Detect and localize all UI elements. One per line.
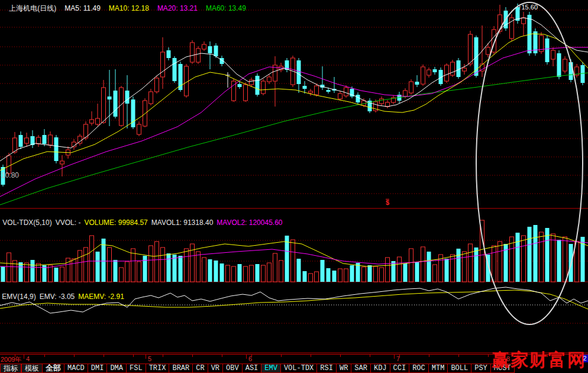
volume-bar xyxy=(238,264,242,282)
volume-bar xyxy=(327,268,331,282)
dividend-marker-icon: $ xyxy=(386,199,389,205)
tab-cr[interactable]: CR xyxy=(193,364,208,373)
candle-down xyxy=(131,99,135,127)
tab-dmi[interactable]: DMI xyxy=(88,364,108,373)
tab-trix[interactable]: TRIX xyxy=(146,364,170,373)
tab-vr[interactable]: VR xyxy=(208,364,223,373)
tab-asi[interactable]: ASI xyxy=(243,364,262,373)
tab-cci[interactable]: CCI xyxy=(390,364,410,373)
ma-label-0: MA5: 11.49 xyxy=(64,4,100,12)
timeline-month-tick xyxy=(146,355,146,359)
volume-bar xyxy=(279,261,283,282)
timeline-month-tick xyxy=(246,355,247,359)
volume-bar xyxy=(25,263,29,282)
volume-bar xyxy=(149,246,153,282)
volume-bar xyxy=(125,262,130,282)
candle-up xyxy=(510,18,514,38)
mavol1-value: MAVOL1: 91318.40 xyxy=(151,218,214,227)
candle-down xyxy=(167,50,171,58)
candle-up xyxy=(486,47,490,54)
candle-down xyxy=(19,135,23,147)
tab-指标[interactable]: 指标 xyxy=(0,364,21,373)
volume-bar xyxy=(291,240,295,282)
volume-bar xyxy=(474,247,479,282)
timeline-month-tick xyxy=(394,355,395,359)
candle-down xyxy=(303,86,307,89)
tab-rsi[interactable]: RSI xyxy=(317,364,337,373)
tab-macd[interactable]: MACD xyxy=(64,364,88,373)
tab-mtm[interactable]: MTM xyxy=(429,364,448,373)
volume-bar xyxy=(457,249,461,282)
tab-模板[interactable]: 模板 xyxy=(21,364,43,373)
candle-up xyxy=(261,81,266,94)
candle-up xyxy=(250,80,254,85)
candle-up xyxy=(463,68,467,71)
volume-bar xyxy=(196,252,201,282)
volume-bar xyxy=(250,265,254,282)
ma-legend: MA5: 11.49MA10: 12.18MA20: 13.21MA60: 13… xyxy=(60,4,250,12)
tab-kdj[interactable]: KDJ xyxy=(371,364,390,373)
timeline-week-tick xyxy=(311,355,311,357)
volume-bar xyxy=(108,247,112,282)
tab-sar[interactable]: SAR xyxy=(351,364,371,373)
candle-down xyxy=(581,65,585,83)
candle-up xyxy=(149,92,153,104)
volume-value: VOLUME: 99984.57 xyxy=(84,218,147,227)
volume-bar xyxy=(368,265,372,282)
tab-fsl[interactable]: FSL xyxy=(127,364,146,373)
volume-bar xyxy=(332,271,337,282)
candle-up xyxy=(309,91,313,93)
candle-up xyxy=(551,50,555,59)
volume-bar xyxy=(119,268,124,282)
tab-emv[interactable]: EMV xyxy=(261,364,281,373)
volume-bar xyxy=(528,227,532,282)
candle-up xyxy=(522,18,526,24)
volume-bar xyxy=(60,267,64,282)
volume-bar xyxy=(309,274,313,282)
candle-up xyxy=(315,86,319,95)
high-price-marker: ↑15.60 xyxy=(518,4,538,11)
tab-vol-tdx[interactable]: VOL-TDX xyxy=(281,364,317,373)
tab-dma[interactable]: DMA xyxy=(107,364,127,373)
volume-pane-header: VOL-TDX(5,10)VVOL: -VOLUME: 99984.57MAVO… xyxy=(0,210,286,235)
candle-up xyxy=(161,52,165,77)
volume-bar xyxy=(179,256,183,282)
tab-brar[interactable]: BRAR xyxy=(169,364,193,373)
candle-up xyxy=(119,88,124,126)
volume-bar xyxy=(415,262,419,282)
candle-up xyxy=(403,91,408,97)
candle-up xyxy=(386,102,390,107)
volume-bar xyxy=(31,260,35,282)
volume-bar xyxy=(256,264,260,282)
ma-label-2: MA20: 13.21 xyxy=(157,4,198,12)
candle-up xyxy=(49,135,53,145)
volume-bar xyxy=(232,266,236,282)
candle-down xyxy=(238,84,242,87)
candle-down xyxy=(557,53,561,77)
volume-bar xyxy=(427,252,431,282)
volume-bar xyxy=(398,257,402,282)
timeline-week-tick xyxy=(458,355,459,357)
timeline-week-tick xyxy=(15,355,15,357)
tab-obv[interactable]: OBV xyxy=(223,364,243,373)
candle-down xyxy=(297,60,301,84)
tab-roc[interactable]: ROC xyxy=(409,364,429,373)
candle-up xyxy=(380,99,384,104)
candle-up xyxy=(427,70,431,75)
volume-bar xyxy=(49,265,53,282)
candle-up xyxy=(202,44,206,49)
volume-bar xyxy=(380,268,384,282)
price-axis-label: 10.80 xyxy=(1,171,19,179)
volume-bar xyxy=(557,240,561,282)
volume-bar xyxy=(285,236,289,282)
candle-down xyxy=(125,91,130,104)
timeline-week-tick xyxy=(74,355,75,357)
tab-boll[interactable]: BOLL xyxy=(448,364,471,373)
tab-wr[interactable]: WR xyxy=(337,364,351,373)
tab-全部[interactable]: 全部 xyxy=(43,364,64,373)
tab-psy[interactable]: PSY xyxy=(471,364,491,373)
candle-down xyxy=(214,46,218,56)
volume-bar xyxy=(534,225,538,282)
stock-chart-window: 上海机电(日线)MA5: 11.49MA10: 12.18MA20: 13.21… xyxy=(0,0,588,373)
candle-up xyxy=(344,88,348,96)
